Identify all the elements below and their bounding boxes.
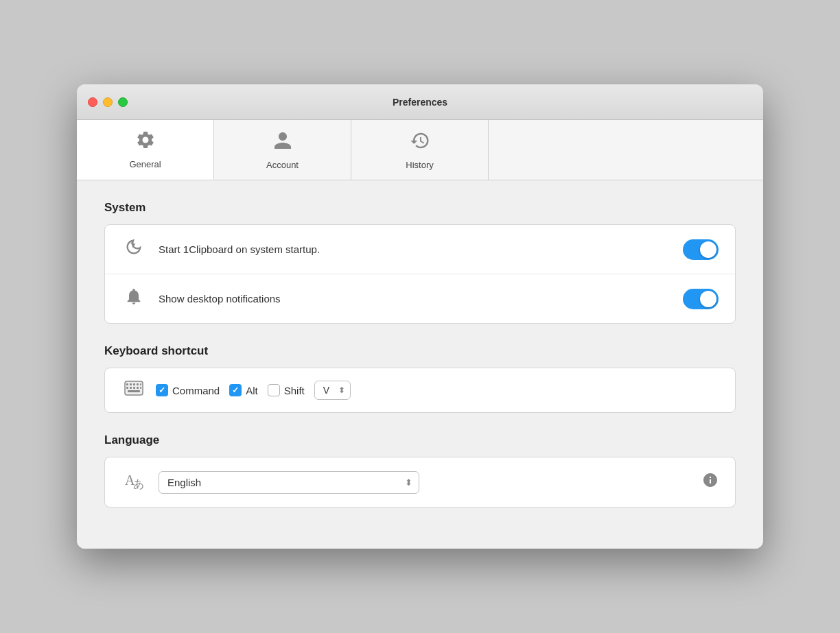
alt-checkbox[interactable]: ✓ Alt: [229, 384, 258, 396]
keyboard-card: ✓ Command ✓ Alt Shift: [104, 368, 736, 413]
svg-rect-3: [133, 383, 135, 385]
language-icon: A あ: [121, 470, 146, 494]
traffic-lights: [88, 97, 128, 107]
key-select[interactable]: V A B C: [314, 381, 351, 400]
svg-rect-7: [130, 387, 132, 389]
language-select-wrapper: English Japanese French German Spanish ⬍: [159, 471, 419, 494]
command-checkbox[interactable]: ✓ Command: [156, 384, 220, 396]
svg-rect-2: [130, 383, 132, 385]
window-title: Preferences: [393, 97, 447, 108]
svg-rect-5: [140, 383, 141, 385]
svg-rect-11: [128, 390, 140, 392]
keyboard-icon: [121, 381, 146, 400]
command-label: Command: [172, 385, 220, 396]
preferences-window: Preferences General Account: [77, 84, 763, 549]
svg-text:あ: あ: [133, 478, 144, 490]
tab-general-label: General: [129, 159, 161, 169]
shift-checkbox-box: [268, 384, 280, 396]
language-row: A あ English Japanese French German Spani…: [105, 457, 735, 507]
notifications-row: Show desktop notifications: [105, 274, 735, 323]
tab-account[interactable]: Account: [214, 120, 351, 180]
tab-general[interactable]: General: [77, 120, 214, 180]
language-card: A あ English Japanese French German Spani…: [104, 457, 736, 507]
startup-label: Start 1Clipboard on system startup.: [159, 243, 670, 255]
info-icon[interactable]: [702, 472, 719, 492]
shift-checkbox[interactable]: Shift: [268, 384, 305, 396]
tab-history-label: History: [406, 160, 433, 170]
close-button[interactable]: [88, 97, 97, 107]
language-select[interactable]: English Japanese French German Spanish: [159, 471, 419, 494]
toolbar: General Account History: [77, 120, 763, 180]
bell-icon: [121, 287, 146, 311]
maximize-button[interactable]: [118, 97, 128, 107]
svg-rect-6: [126, 387, 128, 389]
language-section-title: Language: [104, 433, 736, 447]
alt-checkbox-box: ✓: [229, 384, 242, 396]
system-section-title: System: [104, 201, 736, 215]
tab-history[interactable]: History: [351, 120, 489, 180]
svg-rect-9: [137, 387, 139, 389]
shift-label: Shift: [284, 385, 305, 396]
system-card: Start 1Clipboard on system startup. Show…: [104, 224, 736, 324]
svg-rect-10: [140, 387, 141, 389]
history-icon: [410, 130, 430, 156]
rocket-icon: [121, 237, 146, 261]
gear-icon: [135, 130, 156, 155]
svg-rect-1: [126, 383, 128, 385]
notifications-label: Show desktop notifications: [159, 293, 670, 304]
svg-rect-8: [133, 387, 135, 389]
svg-rect-4: [137, 383, 139, 385]
notifications-toggle[interactable]: [683, 289, 719, 309]
key-select-wrapper: V A B C ⬍: [314, 381, 351, 400]
minimize-button[interactable]: [103, 97, 113, 107]
shortcut-row: ✓ Command ✓ Alt Shift: [105, 368, 735, 412]
tab-account-label: Account: [266, 160, 299, 170]
keyboard-section-title: Keyboard shortcut: [104, 344, 736, 358]
startup-row: Start 1Clipboard on system startup.: [105, 225, 735, 274]
command-checkbox-box: ✓: [156, 384, 168, 396]
content-area: System Start 1Clipboard on system startu…: [77, 180, 763, 549]
alt-label: Alt: [246, 385, 258, 396]
startup-toggle[interactable]: [683, 239, 719, 260]
person-icon: [272, 130, 293, 156]
modifier-checkboxes: ✓ Command ✓ Alt Shift: [156, 384, 305, 396]
titlebar: Preferences: [77, 84, 763, 120]
